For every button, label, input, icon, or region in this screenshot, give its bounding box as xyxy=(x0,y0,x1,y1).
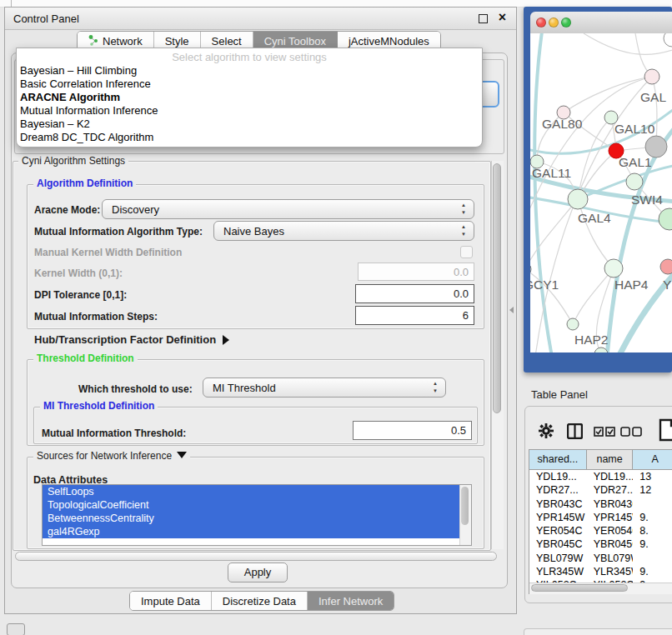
mac-zoom-icon[interactable] xyxy=(561,18,571,28)
table-horizontal-scrollbar-thumb[interactable] xyxy=(531,584,628,592)
mi-type-label: Mutual Information Algorithm Type: xyxy=(34,226,203,238)
mac-close-icon[interactable] xyxy=(536,18,546,28)
node-label: GAL xyxy=(640,90,666,104)
tab-discretize-data[interactable]: Discretize Data xyxy=(212,592,308,610)
network-edge[interactable] xyxy=(584,33,672,54)
settings-horizontal-scrollbar-thumb[interactable] xyxy=(15,552,497,561)
tab-label: jActiveMNodules xyxy=(349,35,429,48)
node-label: HAP2 xyxy=(574,332,609,347)
table-cell: YPR145W xyxy=(529,511,587,524)
aracne-mode-combo[interactable]: Discovery ▲▼ xyxy=(102,199,474,219)
table-cell: YBR043C xyxy=(529,498,587,511)
node-label: Y xyxy=(663,278,671,292)
algorithm-option[interactable]: Bayesian – K2 xyxy=(17,118,482,131)
table-cell: YER054C xyxy=(529,524,587,538)
split-pane-handle-icon[interactable] xyxy=(509,307,514,313)
network-edge[interactable] xyxy=(574,268,614,323)
tab-infer-network[interactable]: Infer Network xyxy=(308,592,394,610)
column-header-name[interactable]: name xyxy=(587,450,633,469)
table-row[interactable]: YDL19...YDL19...13 xyxy=(529,470,672,483)
table-row[interactable]: YLR345WYLR345W9. xyxy=(529,565,672,578)
close-icon[interactable]: × xyxy=(499,10,506,25)
mi-threshold-label: Mutual Information Threshold: xyxy=(42,428,186,439)
kernel-width-field[interactable]: 0.0 xyxy=(358,262,474,281)
table-row[interactable]: YBL079WYBL079W xyxy=(529,552,672,565)
table-row[interactable]: YER054CYER054C8. xyxy=(529,524,672,538)
node-table[interactable]: shared...nameA YDL19...YDL19...13YDR27..… xyxy=(529,449,672,594)
table-cell: YDR27... xyxy=(529,483,587,497)
attributes-scrollbar-thumb[interactable] xyxy=(461,487,469,525)
network-node[interactable] xyxy=(664,33,672,47)
aracne-mode-label: Aracne Mode: xyxy=(34,204,100,216)
bottom-panel-edge xyxy=(524,628,672,635)
gear-icon[interactable] xyxy=(539,423,554,441)
mi-steps-field[interactable]: 6 xyxy=(355,306,474,325)
network-node[interactable] xyxy=(568,189,588,209)
network-node[interactable] xyxy=(644,69,659,84)
table-cell: YPR145W xyxy=(587,511,634,524)
table-cell: YBR045C xyxy=(587,538,634,551)
column-header-shared[interactable]: shared... xyxy=(529,450,587,469)
tab-impute-data[interactable]: Impute Data xyxy=(130,592,212,610)
cyni-algorithm-settings-title: Cyni Algorithm Settings xyxy=(18,156,128,167)
collapse-down-icon xyxy=(177,452,187,458)
mi-steps-label: Mutual Information Steps: xyxy=(34,311,158,322)
unchecked-boxes-icon[interactable] xyxy=(620,427,642,439)
column-header-a[interactable]: A xyxy=(633,450,672,469)
float-window-icon[interactable] xyxy=(479,14,488,23)
checked-boxes-icon[interactable] xyxy=(594,427,615,439)
table-row[interactable]: YBR045CYBR045C9. xyxy=(529,538,672,551)
algorithm-option[interactable]: Bayesian – Hill Climbing xyxy=(17,64,482,78)
node-label: GAL80 xyxy=(542,117,583,131)
data-attributes-list[interactable]: SelfLoopsTopologicalCoefficientBetweenne… xyxy=(42,484,472,546)
table-panel-title: Table Panel xyxy=(531,388,588,401)
algorithm-option[interactable]: ARACNE Algorithm xyxy=(17,91,482,104)
which-threshold-combo[interactable]: MI Threshold ▲▼ xyxy=(203,378,446,398)
settings-vertical-scrollbar-thumb[interactable] xyxy=(493,163,501,413)
algorithm-dropdown-items: Bayesian – Hill ClimbingBasic Correlatio… xyxy=(17,64,482,144)
document-icon[interactable] xyxy=(659,418,672,444)
columns-icon[interactable] xyxy=(567,423,583,442)
network-node[interactable] xyxy=(660,259,672,274)
mac-minimize-icon[interactable] xyxy=(549,18,559,28)
algorithm-option[interactable]: Mutual Information Inference xyxy=(17,104,482,118)
tab-label: Network xyxy=(103,35,143,48)
collapsed-panel-icon[interactable] xyxy=(7,623,25,635)
mi-threshold-field[interactable]: 0.5 xyxy=(353,421,472,440)
table-row[interactable]: YDR27...YDR27...12 xyxy=(529,483,672,497)
hub-definition-expander[interactable]: Hub/Transcription Factor Definition xyxy=(34,333,229,346)
table-row[interactable]: YBR043CYBR043C xyxy=(529,498,672,511)
table-cell: 12 xyxy=(633,483,672,497)
dpi-tolerance-field[interactable]: 0.0 xyxy=(355,284,474,303)
node-label: HAP4 xyxy=(614,278,649,292)
algorithm-option[interactable]: Dream8 DC_TDC Algorithm xyxy=(17,131,482,144)
network-node[interactable] xyxy=(626,173,643,190)
attribute-item-selected[interactable]: TopologicalCoefficient xyxy=(43,498,459,512)
attribute-item-selected[interactable]: BetweennessCentrality xyxy=(43,512,459,525)
tab-label: Style xyxy=(165,35,189,48)
network-node[interactable] xyxy=(604,259,623,278)
sources-group-title[interactable]: Sources for Network Inference xyxy=(33,451,190,462)
network-canvas[interactable]: GALGAL80GAL10GAL1GAL11SWI4GAL4GCY1HAP4YH… xyxy=(530,33,672,352)
network-node[interactable] xyxy=(567,318,579,330)
tab-label: Infer Network xyxy=(318,595,383,608)
mi-type-combo[interactable]: Naive Bayes ▲▼ xyxy=(213,221,474,241)
settings-horizontal-scrollbar[interactable] xyxy=(15,552,497,562)
apply-button[interactable]: Apply xyxy=(228,562,288,582)
node-label: GAL1 xyxy=(619,155,652,169)
table-row[interactable]: YPR145WYPR145W9. xyxy=(529,511,672,524)
attribute-item-selected[interactable]: SelfLoops xyxy=(43,485,459,498)
network-window-titlebar[interactable] xyxy=(530,12,672,34)
algorithm-dropdown-prompt: Select algorithm to view settings xyxy=(17,48,482,64)
attribute-item-selected[interactable]: gal4RGexp xyxy=(43,525,459,538)
table-cell: 9. xyxy=(633,538,672,551)
manual-kernel-checkbox[interactable] xyxy=(460,246,473,258)
table-cell: YBR043C xyxy=(587,498,634,511)
algorithm-dropdown-popup: Select algorithm to view settings Bayesi… xyxy=(16,48,483,148)
tab-label: Select xyxy=(212,35,242,48)
algorithm-option[interactable]: Basic Correlation Inference xyxy=(17,78,482,91)
network-edge[interactable] xyxy=(564,77,652,112)
node-label: GAL11 xyxy=(532,166,571,180)
combo-arrows-icon: ▲▼ xyxy=(459,202,468,217)
table-cell: YBL079W xyxy=(587,552,634,565)
